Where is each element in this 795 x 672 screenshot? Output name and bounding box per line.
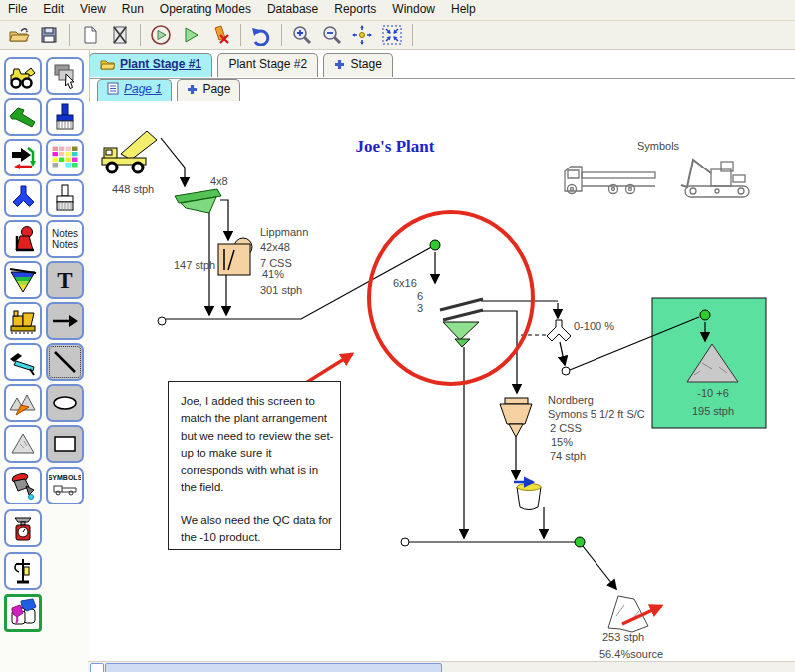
arrow-icon	[50, 306, 80, 336]
splitter-tool[interactable]	[4, 179, 42, 217]
note-paragraph: Joe, I added this screen to match the pl…	[181, 393, 334, 497]
tab-label: Page	[202, 82, 230, 96]
run-button[interactable]	[176, 22, 205, 48]
conveyor-tail-node[interactable]	[158, 317, 166, 325]
color-palette-tool[interactable]	[46, 139, 84, 176]
notepad-icon	[107, 82, 119, 98]
tab-add-page[interactable]: Page	[177, 79, 240, 101]
conveyor-tail-node[interactable]	[401, 538, 409, 546]
svg-text:SYMBOLS: SYMBOLS	[49, 474, 81, 481]
feeder-size-label: 4x8	[210, 175, 228, 187]
stockpile-tool[interactable]	[4, 425, 42, 463]
undo-button[interactable]	[246, 22, 276, 48]
menu-file[interactable]: File	[0, 0, 35, 19]
paint-bucket-icon	[8, 598, 38, 628]
cone-label: Nordberg	[548, 394, 594, 406]
select-tool[interactable]	[46, 57, 84, 95]
paintbrush-blue-tool[interactable]	[46, 98, 84, 136]
conveyor-head-node[interactable]	[430, 240, 440, 250]
screen-6x16[interactable]	[440, 299, 483, 347]
conveyor-tail-node[interactable]	[562, 367, 570, 375]
symbols-tool[interactable]: SYMBOLS	[46, 467, 84, 504]
tab-plant-stage-2[interactable]: Plant Stage #2	[217, 53, 318, 77]
cone-label: 74 stph	[550, 450, 586, 462]
undo-icon	[250, 24, 272, 46]
paintbrush-white-icon	[50, 183, 80, 213]
clear-results-button[interactable]	[205, 22, 235, 48]
tab-label: Page 1	[124, 82, 162, 96]
flow-direction-tool[interactable]	[4, 139, 42, 176]
dump-truck[interactable]	[102, 131, 157, 172]
zoom-fit-icon	[381, 24, 403, 46]
stockpiles-icon	[8, 388, 38, 418]
sampler-tool[interactable]	[4, 552, 42, 590]
annotation-circle[interactable]	[369, 212, 533, 384]
arrow-draw-tool[interactable]	[46, 302, 84, 340]
scroll-left-button[interactable]	[90, 663, 104, 672]
menu-run[interactable]: Run	[114, 0, 152, 19]
run-all-icon	[150, 24, 172, 46]
delete-page-button[interactable]	[105, 22, 135, 48]
notes-tool[interactable]: NotesNotes	[46, 220, 84, 258]
menu-view[interactable]: View	[72, 0, 114, 19]
conveyor-head-node[interactable]	[575, 537, 585, 547]
run-all-button[interactable]	[146, 22, 176, 48]
line-draw-tool[interactable]	[46, 343, 84, 381]
page-tab-bar: Page 1 Page	[97, 79, 795, 103]
screen-size-label: 6x16	[393, 277, 417, 289]
page-title: Joe's Plant	[356, 137, 435, 156]
paintbrush-white-tool[interactable]	[46, 179, 84, 217]
splitter[interactable]	[547, 320, 571, 341]
note-box[interactable]: Joe, I added this screen to match the pl…	[168, 381, 341, 550]
ellipse-draw-tool[interactable]	[46, 384, 84, 422]
splitter-setting-label: 0-100 %	[574, 320, 614, 332]
final-product-pile[interactable]	[608, 596, 661, 632]
new-page-button[interactable]	[75, 22, 105, 48]
jaw-crusher[interactable]	[218, 238, 252, 275]
conveyor-head-node[interactable]	[700, 310, 710, 320]
conveyor-tool[interactable]	[4, 343, 42, 381]
zoom-fit-button[interactable]	[377, 22, 407, 48]
red-pump-icon	[8, 224, 38, 254]
text-tool[interactable]: T	[46, 261, 84, 299]
color-palette-icon	[50, 143, 80, 172]
screen-tool[interactable]	[4, 261, 42, 299]
tab-add-stage[interactable]: Stage	[323, 53, 392, 77]
menu-reports[interactable]: Reports	[326, 0, 384, 19]
rectangle-draw-tool[interactable]	[46, 425, 84, 463]
menu-window[interactable]: Window	[384, 0, 443, 19]
surge-bucket[interactable]	[514, 482, 541, 510]
save-button[interactable]	[34, 22, 64, 48]
product-spec-label: -10 +6	[697, 387, 729, 399]
menu-database[interactable]: Database	[259, 0, 326, 19]
text-tool-icon: T	[57, 269, 72, 292]
zoom-out-button[interactable]	[317, 22, 347, 48]
jaw-label: Lippmann	[260, 226, 308, 238]
cone-crusher[interactable]	[500, 398, 532, 437]
tab-plant-stage-1[interactable]: Plant Stage #1	[89, 53, 212, 77]
feeder-tool[interactable]	[4, 98, 42, 136]
ellipse-icon	[50, 388, 80, 418]
horizontal-scrollbar	[88, 661, 795, 672]
menu-help[interactable]: Help	[443, 0, 484, 19]
menu-edit[interactable]: Edit	[35, 0, 72, 19]
feeder-under-rate-label: 147 stph	[174, 259, 215, 271]
cone-label: Symons 5 1/2 ft S/C	[548, 408, 645, 420]
zoom-center-button[interactable]	[347, 22, 377, 48]
scale-tool[interactable]	[4, 509, 42, 547]
pump-tool[interactable]	[4, 220, 42, 258]
water-tool[interactable]	[4, 467, 42, 504]
tab-page-1[interactable]: Page 1	[97, 79, 172, 101]
scrollbar-thumb[interactable]	[105, 663, 442, 672]
symbol-excavator	[681, 160, 749, 197]
open-button[interactable]	[4, 22, 34, 48]
truck-rate-label: 448 stph	[112, 183, 154, 195]
menu-operating-modes[interactable]: Operating Modes	[152, 0, 259, 19]
paint-tool[interactable]	[4, 594, 42, 632]
grizzly-feeder[interactable]	[175, 189, 221, 213]
zoom-in-button[interactable]	[287, 22, 317, 48]
surge-pile-tool[interactable]	[4, 384, 42, 422]
loader-tool[interactable]	[4, 57, 42, 95]
water-valve-icon	[8, 471, 38, 501]
crusher-tool[interactable]	[4, 302, 42, 340]
